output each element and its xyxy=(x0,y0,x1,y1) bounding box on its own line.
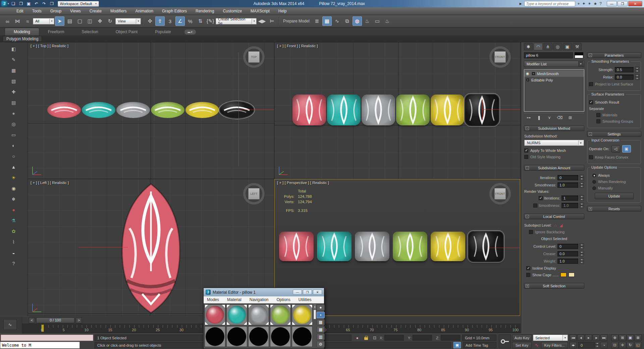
operate-on-triangles-button[interactable]: ◁ xyxy=(611,145,620,153)
bind-to-space-warp-icon[interactable]: ≈ xyxy=(23,16,32,26)
plus-tool-icon[interactable]: ✚ xyxy=(10,88,18,96)
menu-item[interactable]: Animation xyxy=(131,9,158,13)
select-by-name-icon[interactable]: ▤ xyxy=(65,16,74,26)
favorites-icon[interactable]: ★ xyxy=(594,1,597,6)
expand-icon[interactable]: + xyxy=(526,78,530,82)
menu-item[interactable]: Group xyxy=(46,9,66,13)
pillow-gray[interactable] xyxy=(362,95,395,125)
ribbon-tab[interactable]: Selection xyxy=(73,28,107,36)
rendered-frame-icon[interactable]: ▭ xyxy=(373,16,382,26)
material-editor-titlebar[interactable]: 3 Material Editor - pillow 1 — ❐ ✕ xyxy=(204,288,324,296)
sphere-icon[interactable]: ◉ xyxy=(10,184,18,192)
viewcube[interactable]: TOP xyxy=(243,46,265,68)
spinner[interactable]: ▲▼ xyxy=(580,195,584,201)
vertex-subobject-icon[interactable]: ∴ xyxy=(554,223,557,228)
keep-faces-convex-checkbox[interactable] xyxy=(589,155,593,159)
menu-item[interactable]: Rendering xyxy=(191,9,218,13)
transform-gizmo-axis[interactable] xyxy=(489,248,520,248)
go-to-end-button[interactable]: ▶▶| xyxy=(600,335,607,341)
viewport-left-label[interactable]: [ + ] [ Left ] [ Realistic ] xyxy=(31,181,69,185)
select-and-manipulate-icon[interactable]: ✜ xyxy=(145,16,155,26)
rollout-header[interactable]: -Subdivision Method xyxy=(524,125,584,131)
modifier-list-dropdown[interactable]: Modifier List ▼ xyxy=(524,61,584,67)
configure-modifier-sets-icon[interactable]: ⊞ xyxy=(566,114,574,121)
teapot-icon[interactable]: ◒ xyxy=(10,249,18,257)
y-coordinate-field[interactable] xyxy=(413,335,432,341)
select-and-move-icon[interactable]: ✥ xyxy=(95,16,105,26)
render-smoothness-field[interactable]: 1.0 xyxy=(561,203,578,208)
menu-item[interactable]: Create xyxy=(85,9,106,13)
z-coordinate-field[interactable] xyxy=(441,335,460,341)
polygon-subobject-icon[interactable]: ◢ xyxy=(559,223,562,228)
redo-icon[interactable]: ↷ xyxy=(41,1,48,7)
flask-icon[interactable]: ⚗ xyxy=(10,217,18,225)
3dsmax-logo[interactable]: 3 xyxy=(1,1,7,7)
smooth-result-checkbox[interactable] xyxy=(589,100,593,104)
set-keys-button[interactable] xyxy=(499,335,511,348)
menu-item[interactable]: Navigation xyxy=(250,297,269,302)
droplet-icon[interactable]: ● xyxy=(10,206,18,214)
pillow-yellow[interactable] xyxy=(431,95,464,125)
menu-item[interactable]: Utilities xyxy=(299,297,312,302)
rollout-header[interactable]: -Parameters xyxy=(587,52,641,58)
pillow-pink[interactable] xyxy=(292,95,326,125)
smoothness-field[interactable]: 1.0 xyxy=(557,182,578,188)
pin-icon[interactable]: ● xyxy=(354,335,361,341)
spinner[interactable]: ▲▼ xyxy=(580,182,584,188)
menu-item[interactable]: Modes xyxy=(207,297,219,302)
modifier-visibility-icon[interactable]: ◉ xyxy=(526,71,530,76)
menu-item[interactable]: Views xyxy=(66,9,85,13)
slot-scrollbar[interactable]: ▲ xyxy=(314,304,316,347)
cage-color-swatch[interactable] xyxy=(560,273,567,277)
mirror-icon[interactable]: ◀▶ xyxy=(257,16,267,26)
pillow-black[interactable] xyxy=(469,232,503,261)
workspace-dropdown[interactable]: Workspace: Default ▾ xyxy=(58,1,99,7)
scene-explorer-icon[interactable]: ▦ xyxy=(322,16,332,26)
pillow-black[interactable] xyxy=(465,95,499,125)
spinner[interactable]: ▲▼ xyxy=(635,74,639,80)
render-iterations-checkbox[interactable] xyxy=(539,196,543,200)
video-color-check-icon[interactable]: ▥ xyxy=(317,334,325,340)
sample-uv-tiling-icon[interactable]: ▦ xyxy=(317,326,325,333)
background-icon[interactable]: ▩ xyxy=(317,319,325,326)
close-button[interactable]: ✕ xyxy=(628,1,642,6)
select-and-link-icon[interactable]: ∞ xyxy=(3,16,12,26)
material-slot-black[interactable] xyxy=(226,326,247,347)
render-setup-icon[interactable]: ♨ xyxy=(363,16,372,26)
align-icon[interactable]: ⊨ xyxy=(267,16,277,26)
transform-gizmo-axis[interactable] xyxy=(482,99,483,120)
search-icon[interactable]: ⌖ xyxy=(578,1,580,6)
current-frame-field[interactable]: 0 xyxy=(578,342,595,348)
viewport-top-label[interactable]: [ + ] [ Top ] [ Realistic ] xyxy=(31,44,68,48)
show-end-result-icon[interactable]: ❚ xyxy=(535,114,543,121)
update-always-radio[interactable] xyxy=(592,174,596,177)
selection-filter-dropdown[interactable]: All ▾ xyxy=(33,18,54,24)
viewcube[interactable]: FRONT xyxy=(489,183,511,205)
open-mini-curve-editor-button[interactable]: ∿ xyxy=(3,319,17,330)
materials-checkbox[interactable] xyxy=(596,113,600,117)
search-input[interactable] xyxy=(524,1,575,6)
prepare-model-button[interactable]: Prepare Model xyxy=(281,19,312,23)
menu-item[interactable]: Help xyxy=(274,9,291,13)
transform-gizmo-axis[interactable] xyxy=(482,109,520,110)
spinner-snap-icon[interactable]: ⇅ xyxy=(196,16,205,26)
snowflake-icon[interactable]: ❄ xyxy=(10,195,18,203)
pillow-yellow[interactable] xyxy=(431,232,465,261)
ribbon-tab[interactable]: Freeform xyxy=(39,28,73,36)
spinner[interactable]: ▲▼ xyxy=(580,243,584,249)
select-object-icon[interactable]: ➤ xyxy=(55,16,64,26)
relax-field[interactable]: 0.0 xyxy=(615,74,634,80)
menu-item[interactable]: Graph Editors xyxy=(158,9,191,13)
utilities-tab-icon[interactable]: ⚒ xyxy=(573,43,582,50)
spinner[interactable]: ▲▼ xyxy=(635,67,639,72)
pillow-green[interactable] xyxy=(151,102,184,118)
schematic-view-icon[interactable]: ⧉ xyxy=(342,16,352,26)
selection-lock-icon[interactable] xyxy=(362,335,370,341)
sign-in-icon[interactable]: ✦ xyxy=(582,1,585,6)
make-unique-icon[interactable]: ⋎ xyxy=(545,114,553,121)
zoom-extents-button[interactable]: ▣ xyxy=(627,335,634,341)
render-smoothness-checkbox[interactable] xyxy=(533,203,537,208)
expand-icon[interactable]: + xyxy=(532,72,535,75)
ribbon-tab[interactable]: Modeling xyxy=(5,28,39,36)
maximize-viewport-button[interactable]: ◱ xyxy=(634,342,642,348)
